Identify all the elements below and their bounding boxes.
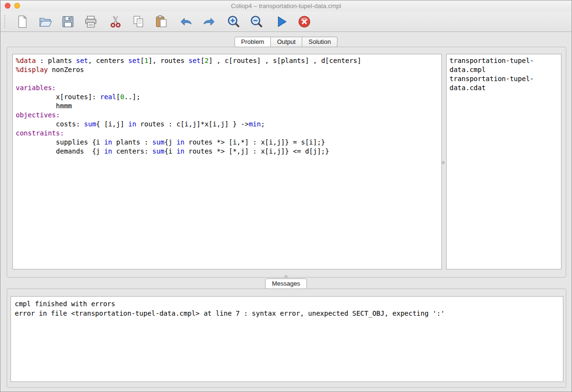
code-line: objectives:	[16, 111, 439, 120]
tab-output[interactable]: Output	[271, 37, 302, 47]
tab-solution[interactable]: Solution	[302, 37, 337, 47]
code-line: %display nonZeros	[16, 65, 439, 74]
editor-panel: %data : plants set, centers set[1], rout…	[12, 54, 442, 269]
code-line: costs: sum{ [i,j] in routes : c[i,j]*x[i…	[16, 120, 439, 129]
new-file-button[interactable]	[13, 13, 31, 30]
copy-button[interactable]	[130, 13, 147, 30]
toolbar-group	[13, 13, 99, 30]
messages-tab-bar: Messages	[0, 279, 572, 289]
redo-icon	[202, 15, 216, 29]
zoom-out-button[interactable]	[248, 13, 265, 30]
new-file-icon	[15, 15, 29, 29]
vertical-splitter-handle[interactable]	[442, 161, 445, 164]
paste-icon	[154, 15, 168, 29]
traffic-lights	[5, 3, 20, 9]
undo-icon	[179, 15, 193, 29]
coliop-window: { "titlebar": { "title": "Coliop4 – tran…	[0, 0, 572, 392]
messages-pane: cmpl finished with errorserror in file <…	[7, 289, 566, 388]
horizontal-splitter-handle[interactable]	[285, 275, 287, 278]
undo-button[interactable]	[177, 13, 194, 30]
toolbar	[0, 11, 572, 32]
messages-output[interactable]: cmpl finished with errorserror in file <…	[11, 297, 563, 321]
zoom-out-icon	[250, 15, 264, 29]
toolbar-group	[107, 13, 170, 30]
redo-button[interactable]	[200, 13, 217, 30]
toolbar-group	[225, 13, 265, 30]
toolbar-group	[273, 13, 313, 30]
code-line: variables:	[16, 83, 439, 93]
cut-icon	[109, 15, 123, 29]
code-line	[16, 74, 439, 83]
window-title: Coliop4 – transportation-tupel-data.cmpl	[0, 0, 572, 11]
code-editor[interactable]: %data : plants set, centers set[1], rout…	[13, 54, 441, 158]
run-icon	[275, 15, 288, 29]
file-list-panel: transportation-tupel-data.cmpltransporta…	[446, 54, 562, 269]
zoom-in-icon	[227, 15, 241, 29]
toolbar-grip-handle[interactable]	[4, 15, 6, 28]
tab-bar: ProblemOutputSolution	[0, 37, 572, 47]
copy-icon	[132, 15, 145, 29]
paste-button[interactable]	[153, 13, 170, 30]
message-line: cmpl finished with errors	[15, 299, 559, 309]
minimize-button[interactable]	[14, 3, 20, 9]
stop-button[interactable]	[296, 13, 313, 30]
zoom-in-button[interactable]	[225, 13, 242, 30]
print-button[interactable]	[82, 13, 99, 30]
stop-icon	[297, 15, 311, 29]
code-line: hmmm	[16, 102, 439, 111]
message-line: error in file <transportation-tupel-data…	[15, 309, 559, 319]
code-line: demands {j in centers: sum{i in routes *…	[16, 147, 439, 156]
tab-problem[interactable]: Problem	[235, 37, 271, 47]
toolbar-group	[177, 13, 217, 30]
open-file-icon	[38, 15, 52, 29]
problem-pane: %data : plants set, centers set[1], rout…	[7, 47, 566, 278]
code-line: constraints:	[16, 129, 439, 138]
messages-panel: cmpl finished with errorserror in file <…	[10, 296, 563, 382]
code-line: supplies {i in plants : sum{j in routes …	[16, 138, 439, 147]
cut-button[interactable]	[107, 13, 124, 30]
close-button[interactable]	[5, 3, 10, 9]
code-line: x[routes]: real[0..];	[16, 93, 439, 102]
save-file-icon	[61, 15, 75, 29]
file-list-item[interactable]: transportation-tupel-data.cdat	[449, 74, 558, 93]
run-button[interactable]	[273, 13, 290, 30]
print-icon	[84, 15, 98, 29]
file-list: transportation-tupel-data.cmpltransporta…	[447, 54, 561, 94]
tab-messages[interactable]: Messages	[265, 279, 306, 289]
titlebar: Coliop4 – transportation-tupel-data.cmpl	[0, 0, 572, 11]
save-file-button[interactable]	[59, 13, 76, 30]
file-list-item[interactable]: transportation-tupel-data.cmpl	[449, 56, 558, 74]
code-line: %data : plants set, centers set[1], rout…	[16, 56, 439, 65]
open-file-button[interactable]	[36, 13, 53, 30]
